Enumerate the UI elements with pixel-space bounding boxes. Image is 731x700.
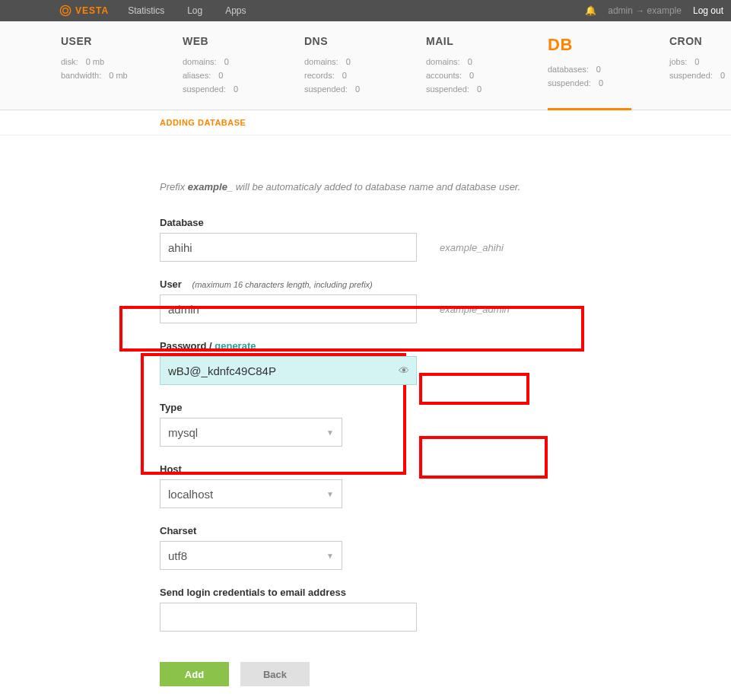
charset-label: Charset <box>160 525 586 536</box>
tab-db[interactable]: DB databases:0 suspended:0 <box>548 21 631 110</box>
add-button[interactable]: Add <box>160 662 229 686</box>
password-label: Password / generate <box>160 340 586 352</box>
tab-user[interactable]: USER disk:0 mb bandwidth:0 mb <box>61 21 145 110</box>
tab-mail[interactable]: MAIL domains:0 accounts:0 suspended:0 <box>426 21 510 110</box>
tab-web[interactable]: WEB domains:0 aliases:0 suspended:0 <box>183 21 266 110</box>
user-input[interactable] <box>160 294 417 323</box>
tab-cron[interactable]: CRON jobs:0 suspended:0 <box>669 21 731 110</box>
tab-dns[interactable]: DNS domains:0 records:0 suspended:0 <box>304 21 388 110</box>
database-preview: example_ahihi <box>440 242 504 253</box>
tab-db-title: DB <box>548 35 631 55</box>
user-label: User (maximum 16 characters length, incl… <box>160 278 586 290</box>
tab-mail-title: MAIL <box>426 35 510 47</box>
tab-cron-title: CRON <box>669 35 731 47</box>
back-button[interactable]: Back <box>240 662 310 686</box>
password-input[interactable] <box>160 356 417 385</box>
chevron-down-icon: ▼ <box>326 552 334 560</box>
svg-point-1 <box>63 8 68 14</box>
brand-logo[interactable]: VESTA <box>59 5 109 17</box>
user-crumb[interactable]: admin → example <box>608 5 682 16</box>
database-label: Database <box>160 217 586 228</box>
bell-icon[interactable]: 🔔 <box>585 5 596 16</box>
prefix-note: Prefix example_ will be automaticaly add… <box>160 158 586 200</box>
chevron-down-icon: ▼ <box>326 490 334 498</box>
generate-link[interactable]: generate <box>215 340 256 352</box>
svg-point-0 <box>60 5 70 15</box>
nav-apps[interactable]: Apps <box>225 5 246 16</box>
nav-log[interactable]: Log <box>187 5 202 16</box>
tab-web-title: WEB <box>183 35 266 47</box>
database-input[interactable] <box>160 233 417 262</box>
host-select[interactable]: localhost▼ <box>160 479 342 508</box>
email-label: Send login credentials to email address <box>160 587 586 598</box>
brand-text: VESTA <box>75 5 109 16</box>
logout-link[interactable]: Log out <box>693 5 723 16</box>
tab-dns-title: DNS <box>304 35 388 47</box>
eye-icon[interactable]: 👁 <box>399 364 409 377</box>
type-select[interactable]: mysql▼ <box>160 418 342 447</box>
type-label: Type <box>160 402 586 413</box>
charset-select[interactable]: utf8▼ <box>160 541 342 570</box>
page-subhead: ADDING DATABASE <box>0 110 731 135</box>
tab-user-title: USER <box>61 35 145 47</box>
chevron-down-icon: ▼ <box>326 428 334 437</box>
nav-statistics[interactable]: Statistics <box>128 5 164 16</box>
email-input[interactable] <box>160 603 417 632</box>
user-preview: example_admin <box>440 304 510 315</box>
host-label: Host <box>160 463 586 475</box>
